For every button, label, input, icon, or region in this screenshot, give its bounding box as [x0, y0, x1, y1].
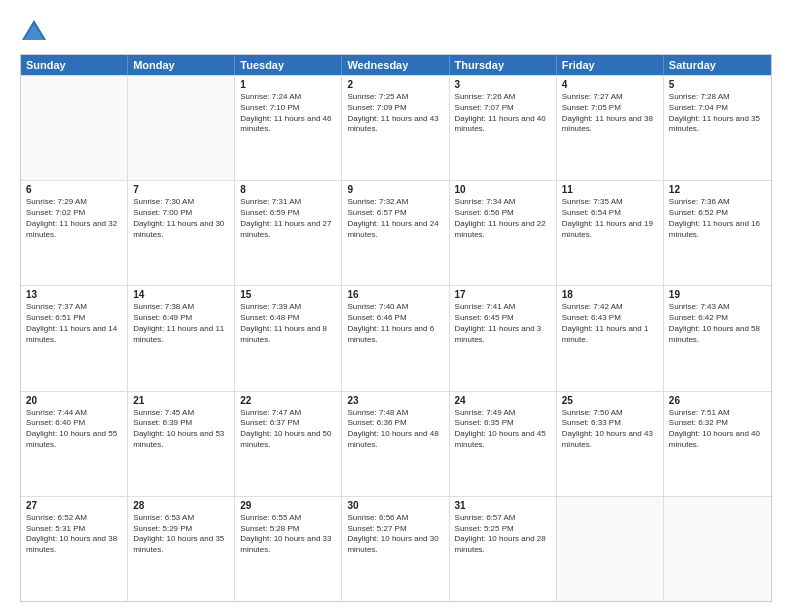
cal-cell: 30Sunrise: 6:56 AM Sunset: 5:27 PM Dayli… [342, 497, 449, 601]
header [20, 18, 772, 46]
calendar-header: SundayMondayTuesdayWednesdayThursdayFrid… [21, 55, 771, 75]
cell-info: Sunrise: 7:48 AM Sunset: 6:36 PM Dayligh… [347, 408, 443, 451]
cell-info: Sunrise: 7:42 AM Sunset: 6:43 PM Dayligh… [562, 302, 658, 345]
cell-info: Sunrise: 6:53 AM Sunset: 5:29 PM Dayligh… [133, 513, 229, 556]
cell-info: Sunrise: 7:24 AM Sunset: 7:10 PM Dayligh… [240, 92, 336, 135]
cal-cell: 14Sunrise: 7:38 AM Sunset: 6:49 PM Dayli… [128, 286, 235, 390]
header-day-saturday: Saturday [664, 55, 771, 75]
cal-cell: 25Sunrise: 7:50 AM Sunset: 6:33 PM Dayli… [557, 392, 664, 496]
cal-cell [557, 497, 664, 601]
cal-cell: 27Sunrise: 6:52 AM Sunset: 5:31 PM Dayli… [21, 497, 128, 601]
cell-info: Sunrise: 7:27 AM Sunset: 7:05 PM Dayligh… [562, 92, 658, 135]
cell-info: Sunrise: 7:47 AM Sunset: 6:37 PM Dayligh… [240, 408, 336, 451]
cal-cell: 3Sunrise: 7:26 AM Sunset: 7:07 PM Daylig… [450, 76, 557, 180]
cal-cell: 5Sunrise: 7:28 AM Sunset: 7:04 PM Daylig… [664, 76, 771, 180]
cal-cell: 28Sunrise: 6:53 AM Sunset: 5:29 PM Dayli… [128, 497, 235, 601]
day-number: 9 [347, 184, 443, 195]
cal-cell: 11Sunrise: 7:35 AM Sunset: 6:54 PM Dayli… [557, 181, 664, 285]
week-row-2: 6Sunrise: 7:29 AM Sunset: 7:02 PM Daylig… [21, 180, 771, 285]
cal-cell: 29Sunrise: 6:55 AM Sunset: 5:28 PM Dayli… [235, 497, 342, 601]
cal-cell: 9Sunrise: 7:32 AM Sunset: 6:57 PM Daylig… [342, 181, 449, 285]
day-number: 12 [669, 184, 766, 195]
day-number: 27 [26, 500, 122, 511]
header-day-wednesday: Wednesday [342, 55, 449, 75]
cal-cell: 12Sunrise: 7:36 AM Sunset: 6:52 PM Dayli… [664, 181, 771, 285]
day-number: 5 [669, 79, 766, 90]
cal-cell: 8Sunrise: 7:31 AM Sunset: 6:59 PM Daylig… [235, 181, 342, 285]
day-number: 26 [669, 395, 766, 406]
day-number: 29 [240, 500, 336, 511]
cell-info: Sunrise: 6:57 AM Sunset: 5:25 PM Dayligh… [455, 513, 551, 556]
cell-info: Sunrise: 7:28 AM Sunset: 7:04 PM Dayligh… [669, 92, 766, 135]
cell-info: Sunrise: 7:36 AM Sunset: 6:52 PM Dayligh… [669, 197, 766, 240]
cell-info: Sunrise: 6:55 AM Sunset: 5:28 PM Dayligh… [240, 513, 336, 556]
cal-cell: 20Sunrise: 7:44 AM Sunset: 6:40 PM Dayli… [21, 392, 128, 496]
cal-cell: 7Sunrise: 7:30 AM Sunset: 7:00 PM Daylig… [128, 181, 235, 285]
logo [20, 18, 52, 46]
cell-info: Sunrise: 7:50 AM Sunset: 6:33 PM Dayligh… [562, 408, 658, 451]
cal-cell [21, 76, 128, 180]
day-number: 30 [347, 500, 443, 511]
cal-cell: 26Sunrise: 7:51 AM Sunset: 6:32 PM Dayli… [664, 392, 771, 496]
week-row-3: 13Sunrise: 7:37 AM Sunset: 6:51 PM Dayli… [21, 285, 771, 390]
cell-info: Sunrise: 7:45 AM Sunset: 6:39 PM Dayligh… [133, 408, 229, 451]
logo-icon [20, 18, 48, 46]
cal-cell [128, 76, 235, 180]
day-number: 13 [26, 289, 122, 300]
header-day-sunday: Sunday [21, 55, 128, 75]
day-number: 4 [562, 79, 658, 90]
cell-info: Sunrise: 7:35 AM Sunset: 6:54 PM Dayligh… [562, 197, 658, 240]
day-number: 11 [562, 184, 658, 195]
cal-cell: 6Sunrise: 7:29 AM Sunset: 7:02 PM Daylig… [21, 181, 128, 285]
week-row-1: 1Sunrise: 7:24 AM Sunset: 7:10 PM Daylig… [21, 75, 771, 180]
cell-info: Sunrise: 7:25 AM Sunset: 7:09 PM Dayligh… [347, 92, 443, 135]
cell-info: Sunrise: 7:51 AM Sunset: 6:32 PM Dayligh… [669, 408, 766, 451]
week-row-5: 27Sunrise: 6:52 AM Sunset: 5:31 PM Dayli… [21, 496, 771, 601]
cell-info: Sunrise: 7:30 AM Sunset: 7:00 PM Dayligh… [133, 197, 229, 240]
cal-cell: 13Sunrise: 7:37 AM Sunset: 6:51 PM Dayli… [21, 286, 128, 390]
cal-cell: 19Sunrise: 7:43 AM Sunset: 6:42 PM Dayli… [664, 286, 771, 390]
cal-cell: 22Sunrise: 7:47 AM Sunset: 6:37 PM Dayli… [235, 392, 342, 496]
day-number: 17 [455, 289, 551, 300]
cal-cell: 2Sunrise: 7:25 AM Sunset: 7:09 PM Daylig… [342, 76, 449, 180]
cal-cell: 15Sunrise: 7:39 AM Sunset: 6:48 PM Dayli… [235, 286, 342, 390]
header-day-thursday: Thursday [450, 55, 557, 75]
day-number: 21 [133, 395, 229, 406]
cal-cell: 16Sunrise: 7:40 AM Sunset: 6:46 PM Dayli… [342, 286, 449, 390]
cell-info: Sunrise: 7:34 AM Sunset: 6:56 PM Dayligh… [455, 197, 551, 240]
cell-info: Sunrise: 7:40 AM Sunset: 6:46 PM Dayligh… [347, 302, 443, 345]
day-number: 14 [133, 289, 229, 300]
cal-cell: 24Sunrise: 7:49 AM Sunset: 6:35 PM Dayli… [450, 392, 557, 496]
day-number: 6 [26, 184, 122, 195]
day-number: 23 [347, 395, 443, 406]
day-number: 25 [562, 395, 658, 406]
day-number: 10 [455, 184, 551, 195]
header-day-friday: Friday [557, 55, 664, 75]
cell-info: Sunrise: 7:49 AM Sunset: 6:35 PM Dayligh… [455, 408, 551, 451]
day-number: 3 [455, 79, 551, 90]
cal-cell: 1Sunrise: 7:24 AM Sunset: 7:10 PM Daylig… [235, 76, 342, 180]
cell-info: Sunrise: 6:52 AM Sunset: 5:31 PM Dayligh… [26, 513, 122, 556]
calendar-body: 1Sunrise: 7:24 AM Sunset: 7:10 PM Daylig… [21, 75, 771, 601]
day-number: 31 [455, 500, 551, 511]
day-number: 19 [669, 289, 766, 300]
cal-cell: 4Sunrise: 7:27 AM Sunset: 7:05 PM Daylig… [557, 76, 664, 180]
calendar: SundayMondayTuesdayWednesdayThursdayFrid… [20, 54, 772, 602]
cell-info: Sunrise: 7:39 AM Sunset: 6:48 PM Dayligh… [240, 302, 336, 345]
cell-info: Sunrise: 7:37 AM Sunset: 6:51 PM Dayligh… [26, 302, 122, 345]
day-number: 2 [347, 79, 443, 90]
day-number: 8 [240, 184, 336, 195]
cal-cell: 10Sunrise: 7:34 AM Sunset: 6:56 PM Dayli… [450, 181, 557, 285]
day-number: 7 [133, 184, 229, 195]
day-number: 1 [240, 79, 336, 90]
cell-info: Sunrise: 7:44 AM Sunset: 6:40 PM Dayligh… [26, 408, 122, 451]
cell-info: Sunrise: 7:29 AM Sunset: 7:02 PM Dayligh… [26, 197, 122, 240]
cell-info: Sunrise: 7:26 AM Sunset: 7:07 PM Dayligh… [455, 92, 551, 135]
cell-info: Sunrise: 7:41 AM Sunset: 6:45 PM Dayligh… [455, 302, 551, 345]
day-number: 24 [455, 395, 551, 406]
day-number: 28 [133, 500, 229, 511]
week-row-4: 20Sunrise: 7:44 AM Sunset: 6:40 PM Dayli… [21, 391, 771, 496]
cal-cell: 31Sunrise: 6:57 AM Sunset: 5:25 PM Dayli… [450, 497, 557, 601]
cal-cell: 18Sunrise: 7:42 AM Sunset: 6:43 PM Dayli… [557, 286, 664, 390]
day-number: 22 [240, 395, 336, 406]
